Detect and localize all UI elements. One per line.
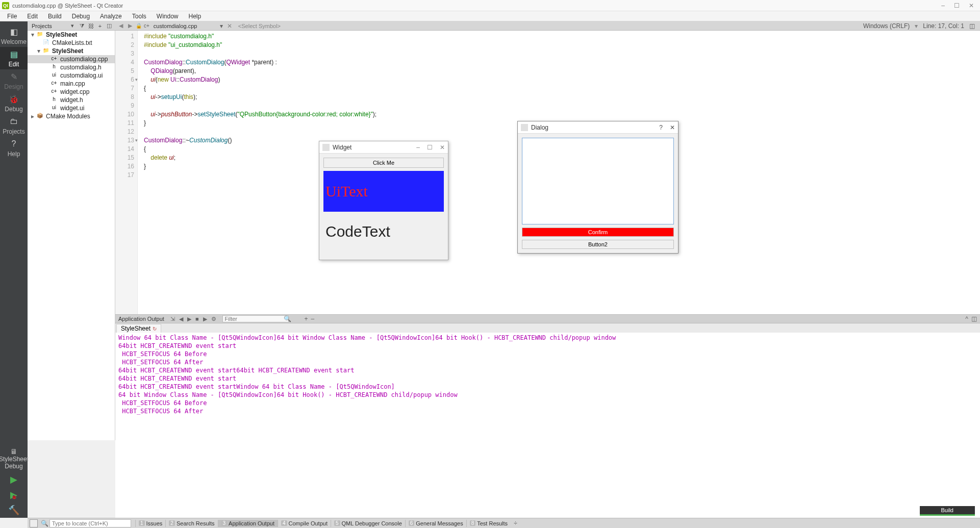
menu-bar: FileEditBuildDebugAnalyzeToolsWindowHelp — [0, 11, 980, 21]
ui-text-label: UiText — [323, 171, 444, 212]
more-tabs-icon[interactable]: ÷ — [511, 520, 520, 527]
minimize-icon[interactable]: – — [941, 2, 945, 9]
widget-minimize-icon[interactable]: – — [416, 144, 420, 151]
welcome-icon: ◧ — [8, 26, 19, 37]
dialog-app-icon — [521, 124, 528, 131]
menu-file[interactable]: File — [3, 12, 21, 21]
menu-debug[interactable]: Debug — [68, 12, 94, 21]
split-icon[interactable]: ◫ — [105, 22, 113, 30]
close-file-icon[interactable]: ✕ — [225, 22, 234, 30]
debug-icon: 🐞 — [8, 93, 19, 105]
tree-item-cmake-modules[interactable]: ▸📦CMake Modules — [28, 112, 115, 120]
click-me-button[interactable]: Click Me — [323, 158, 444, 168]
bottom-tab-qml-debugger-console[interactable]: 5QML Debugger Console — [331, 520, 405, 527]
build-button[interactable]: 🔨 — [0, 502, 28, 518]
add-output-icon[interactable]: + — [305, 315, 308, 322]
projects-icon: 🗀 — [8, 116, 19, 127]
symbol-selector[interactable]: <Select Symbol> — [236, 23, 283, 29]
bottom-tab-test-results[interactable]: 8Test Results — [466, 520, 511, 527]
lock-icon[interactable]: 🔒 — [136, 23, 142, 29]
split-editor-icon[interactable]: ◫ — [969, 22, 975, 30]
encoding-label[interactable]: Windows (CRLF) — [863, 22, 910, 30]
tree-item-customdialog-cpp[interactable]: c+customdialog.cpp — [28, 55, 115, 63]
locator-input[interactable] — [49, 519, 131, 527]
stop-icon[interactable]: ■ — [195, 316, 199, 322]
tree-item-customdialog-h[interactable]: hcustomdialog.h — [28, 63, 115, 71]
tree-item-stylesheet[interactable]: ▾📁StyleSheet — [28, 47, 115, 55]
output-tab-close-icon[interactable]: ↻ — [153, 326, 157, 332]
menu-analyze[interactable]: Analyze — [96, 12, 126, 21]
widget-maximize-icon[interactable]: ☐ — [427, 144, 433, 151]
project-tree[interactable]: ▾📁StyleSheet📄CMakeLists.txt▾📁StyleSheetc… — [28, 31, 115, 440]
code-text-label: CodeText — [323, 223, 444, 240]
tree-item-customdialog-ui[interactable]: uicustomdialog.ui — [28, 71, 115, 80]
run-debug-button[interactable]: ▶🐞 — [0, 487, 28, 502]
file-selector[interactable]: customdialog.cpp — [152, 23, 218, 29]
filter-icon[interactable]: ▾ — [68, 22, 77, 30]
tree-item-widget-cpp[interactable]: c+widget.cpp — [28, 88, 115, 96]
mode-edit[interactable]: ▤Edit — [0, 47, 28, 69]
dialog-help-icon[interactable]: ? — [659, 124, 663, 131]
link-icon[interactable]: ⛓ — [87, 22, 95, 30]
confirm-button[interactable]: Confirm — [522, 228, 674, 237]
menu-help[interactable]: Help — [185, 12, 206, 21]
file-type-icon: c+ — [144, 23, 149, 29]
mode-projects[interactable]: 🗀Projects — [0, 114, 28, 137]
dialog-window: Dialog ? ✕ Confirm Button2 — [517, 121, 679, 254]
output-tab-stylesheet[interactable]: StyleSheet ↻ — [116, 324, 161, 333]
nav-back-icon[interactable]: ◀ — [117, 22, 124, 29]
file-dropdown-icon[interactable]: ▾ — [220, 22, 223, 30]
bottom-tab-general-messages[interactable]: 6General Messages — [405, 520, 466, 527]
tree-item-widget-h[interactable]: hwidget.h — [28, 96, 115, 104]
bottom-tab-application-output[interactable]: 3Application Output — [218, 520, 278, 527]
output-text[interactable]: Window 64 bit Class Name - [Qt5QWindowIc… — [115, 333, 980, 518]
dialog-close-icon[interactable]: ✕ — [670, 124, 675, 131]
button2-button[interactable]: Button2 — [522, 240, 674, 249]
tree-item-cmakelists-txt[interactable]: 📄CMakeLists.txt — [28, 39, 115, 47]
pane-toggle-icon[interactable] — [30, 519, 38, 527]
rerun-icon[interactable]: ▶ — [203, 316, 207, 322]
output-maximize-icon[interactable]: ◫ — [971, 315, 977, 322]
title-bar: Qt customdialog.cpp @ StyleSheet - Qt Cr… — [0, 0, 980, 11]
add-icon[interactable]: + — [96, 22, 104, 30]
remove-output-icon[interactable]: – — [311, 315, 315, 322]
mode-debug[interactable]: 🐞Debug — [0, 92, 28, 114]
output-expand-icon[interactable]: ^ — [965, 315, 968, 322]
output-filter-input[interactable] — [222, 315, 289, 322]
maximize-icon[interactable]: ☐ — [954, 2, 960, 9]
widget-close-icon[interactable]: ✕ — [440, 144, 445, 151]
locator-search-icon: 🔍 — [40, 520, 49, 527]
bottom-tab-issues[interactable]: 1Issues — [135, 520, 165, 527]
menu-tools[interactable]: Tools — [128, 12, 150, 21]
next-icon[interactable]: ▶ — [187, 316, 191, 322]
menu-window[interactable]: Window — [153, 12, 183, 21]
help-icon: ? — [8, 138, 19, 149]
mode-design: ✎Design — [0, 69, 28, 92]
menu-build[interactable]: Build — [44, 12, 66, 21]
mode-welcome[interactable]: ◧Welcome — [0, 24, 28, 47]
run-button[interactable]: ▶ — [0, 472, 28, 487]
build-button[interactable]: Build — [920, 506, 975, 516]
bottom-tab-search-results[interactable]: 2Search Results — [165, 520, 217, 527]
tree-item-main-cpp[interactable]: c+main.cpp — [28, 80, 115, 88]
encoding-dropdown-icon[interactable]: ▾ — [915, 22, 918, 30]
prev-icon[interactable]: ◀ — [179, 316, 183, 322]
settings-icon[interactable]: ⚙ — [211, 316, 216, 322]
mode-help[interactable]: ?Help — [0, 137, 28, 159]
nav-fwd-icon[interactable]: ▶ — [127, 22, 134, 29]
attach-icon[interactable]: ⇲ — [170, 316, 175, 322]
close-icon[interactable]: ✕ — [969, 2, 974, 9]
output-pane-header: Application Output ⇲ ◀ ▶ ■ ▶ ⚙ 🔍 + – ^ ◫ — [115, 314, 980, 323]
bottom-tab-compile-output[interactable]: 4Compile Output — [278, 520, 331, 527]
tree-item-widget-ui[interactable]: uiwidget.ui — [28, 104, 115, 112]
kit-selector[interactable]: 🖥StyleSheetDebug — [0, 445, 30, 472]
window-title: customdialog.cpp @ StyleSheet - Qt Creat… — [12, 3, 123, 9]
tree-item-stylesheet[interactable]: ▾📁StyleSheet — [28, 31, 115, 39]
dialog-textedit[interactable] — [522, 138, 674, 224]
menu-edit[interactable]: Edit — [23, 12, 42, 21]
filter-funnel-icon[interactable]: ⧩ — [78, 22, 86, 30]
filter-search-icon[interactable]: 🔍 — [284, 315, 291, 322]
output-tab-label: StyleSheet — [121, 325, 150, 332]
widget-titlebar[interactable]: Widget – ☐ ✕ — [319, 141, 448, 154]
dialog-titlebar[interactable]: Dialog ? ✕ — [518, 121, 678, 134]
